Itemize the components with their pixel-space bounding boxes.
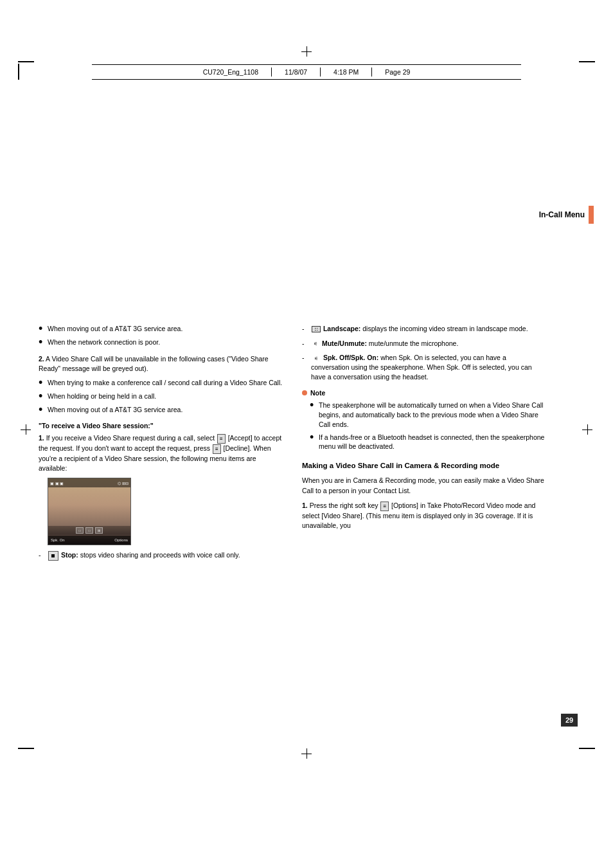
decline-icon: ≡: [213, 444, 221, 454]
section-title-text: In-Call Menu: [539, 210, 585, 219]
landscape-label: Landscape:: [323, 325, 362, 332]
bullet-dot: •: [310, 431, 315, 451]
phone-screen: ▣ ▣ ▣ ⌬ ⊞⊟ □ □ ⊞ Spk. On Options: [48, 478, 130, 545]
content-area: • When moving out of a AT&T 3G service a…: [0, 324, 613, 566]
item-2: 2. A Video Share Call will be unavailabl…: [39, 354, 283, 373]
header-divider-2: [320, 68, 321, 77]
note-bullet-1: The speakerphone will be automatically t…: [319, 401, 546, 429]
list-item: • The speakerphone will be automatically…: [310, 401, 546, 429]
subsection-heading: Making a Video Share Call in Camera & Re…: [302, 460, 546, 471]
landscape-item: - ⛶ Landscape: displays the incoming vid…: [302, 324, 546, 334]
bullet-dot: •: [39, 377, 44, 388]
doc-page-label: Page 29: [385, 68, 410, 76]
note-bullet-2: If a hands-free or a Bluetooth headset i…: [319, 433, 546, 451]
stop-icon: ⏹: [48, 551, 58, 561]
page-container: CU720_Eng_1108 11/8/07 4:18 PM Page 29 I…: [0, 0, 613, 868]
note-label: Note: [310, 389, 325, 397]
note-bullet-list: • The speakerphone will be automatically…: [310, 401, 546, 451]
crop-mark-br: [579, 748, 595, 749]
phone-icon-2: □: [85, 527, 93, 534]
sub-item-text-1: Press the right soft key: [310, 502, 378, 509]
intro-bullet-list: • When moving out of a AT&T 3G service a…: [39, 324, 283, 348]
note-dot-icon: [302, 390, 307, 395]
status-icons-right: ⌬ ⊞⊟: [118, 481, 129, 485]
mute-icon: ⚟: [312, 341, 319, 347]
note-header: Note: [302, 389, 546, 397]
crop-mark-tr: [579, 61, 595, 62]
phone-bottom-bar: Spk. On Options: [48, 536, 130, 545]
list-item: • When holding or being held in a call.: [39, 392, 283, 402]
stop-content: ⏹ Stop: stops video sharing and proceeds…: [48, 550, 240, 561]
mute-label: Mute/Unmute:: [322, 339, 369, 347]
left-column: • When moving out of a AT&T 3G service a…: [39, 324, 283, 566]
item2-bullet-list: • When trying to make a conference call …: [39, 378, 283, 415]
phone-status-bar: ▣ ▣ ▣ ⌬ ⊞⊟: [48, 478, 130, 487]
bullet-dot: •: [39, 336, 44, 348]
list-item: • When moving out of a AT&T 3G service a…: [39, 324, 283, 334]
bullet-dot: •: [39, 390, 44, 402]
landscape-content: ⛶ Landscape: displays the incoming video…: [311, 324, 528, 334]
spk-content: ⚟ Spk. Off/Spk. On: when Spk. On is sele…: [311, 353, 546, 381]
section-title-bar: In-Call Menu: [539, 206, 594, 224]
subsection-item-1: 1. Press the right soft key ≡ [Options] …: [302, 501, 546, 530]
header-divider-1: [271, 68, 272, 77]
item-2-text: A Video Share Call will be unavailable i…: [39, 355, 269, 372]
spk-item: - ⚟ Spk. Off/Spk. On: when Spk. On is se…: [302, 353, 546, 381]
status-icons-left: ▣ ▣ ▣: [50, 481, 64, 485]
note-section: Note • The speakerphone will be automati…: [302, 389, 546, 451]
mute-item: - ⚟ Mute/Unmute: mute/unmute the microph…: [302, 339, 546, 348]
mute-desc: mute/unmute the microphone.: [369, 339, 459, 347]
bullet-dot: •: [39, 404, 44, 415]
item-1-num: 1.: [39, 434, 44, 442]
doc-date: 11/8/07: [285, 68, 307, 76]
doc-header: CU720_Eng_1108 11/8/07 4:18 PM Page 29: [92, 64, 521, 80]
note-bullets: • The speakerphone will be automatically…: [310, 401, 546, 451]
header-divider-3: [371, 68, 372, 77]
stop-item: - ⏹ Stop: stops video sharing and procee…: [39, 550, 283, 561]
item-1-text-0: If you receive a Video Share request dur…: [46, 434, 217, 442]
list-item: • If a hands-free or a Bluetooth headset…: [310, 433, 546, 451]
doc-time: 4:18 PM: [333, 68, 359, 76]
landscape-desc: displays the incoming video stream in la…: [362, 325, 528, 332]
landscape-icon: ⛶: [312, 326, 321, 332]
item-2-num: 2.: [39, 355, 44, 363]
phone-icon-3: ⊞: [95, 527, 103, 534]
bullet-text: When the network connection is poor.: [48, 338, 160, 348]
list-item: • When moving out of a AT&T 3G service a…: [39, 405, 283, 415]
options-label: Options: [114, 538, 128, 542]
spk-label-text: Spk. Off/Spk. On:: [323, 354, 380, 361]
list-item: • When trying to make a conference call …: [39, 378, 283, 388]
item-1: 1. If you receive a Video Share request …: [39, 433, 283, 473]
bullet-text: When trying to make a conference call / …: [48, 378, 282, 388]
list-item: • When the network connection is poor.: [39, 338, 283, 348]
crosshair-right: [582, 424, 592, 435]
phone-icon-1: □: [76, 527, 84, 534]
bullet-text: When moving out of a AT&T 3G service are…: [48, 405, 182, 415]
right-column: - ⛶ Landscape: displays the incoming vid…: [302, 324, 546, 566]
dash-sym: -: [39, 550, 45, 561]
subsection-body: When you are in Camera & Recording mode,…: [302, 476, 546, 496]
dash-sym: -: [302, 353, 308, 381]
receive-heading: "To receive a Video Share session:": [39, 422, 283, 429]
accept-icon: ≡: [217, 434, 226, 444]
crop-mark-bl: [18, 748, 34, 749]
crosshair-left: [21, 424, 31, 435]
doc-file-info: CU720_Eng_1108: [203, 68, 258, 76]
bullet-dot: •: [310, 399, 315, 429]
mute-content: ⚟ Mute/Unmute: mute/unmute the microphon…: [311, 339, 458, 348]
section-title-indicator: [589, 206, 594, 224]
bullet-text: When moving out of a AT&T 3G service are…: [48, 324, 182, 334]
spk-label: Spk. On: [51, 538, 65, 542]
page-number: 29: [561, 714, 578, 727]
stop-label: Stop:: [61, 551, 80, 559]
phone-screenshot: ▣ ▣ ▣ ⌬ ⊞⊟ □ □ ⊞ Spk. On Options: [48, 478, 131, 545]
bullet-text: When holding or being held in a call.: [48, 392, 156, 402]
subsection-item-1-num: 1.: [302, 502, 310, 509]
crop-mark-tl: [18, 61, 34, 80]
dash-sym: -: [302, 339, 308, 348]
options-icon-inline: ≡: [380, 502, 389, 511]
dash-sym: -: [302, 324, 308, 334]
spk-icon: ⚟: [312, 356, 321, 362]
stop-desc: stops video sharing and proceeds with vo…: [80, 551, 240, 559]
crosshair-top: [301, 46, 312, 57]
